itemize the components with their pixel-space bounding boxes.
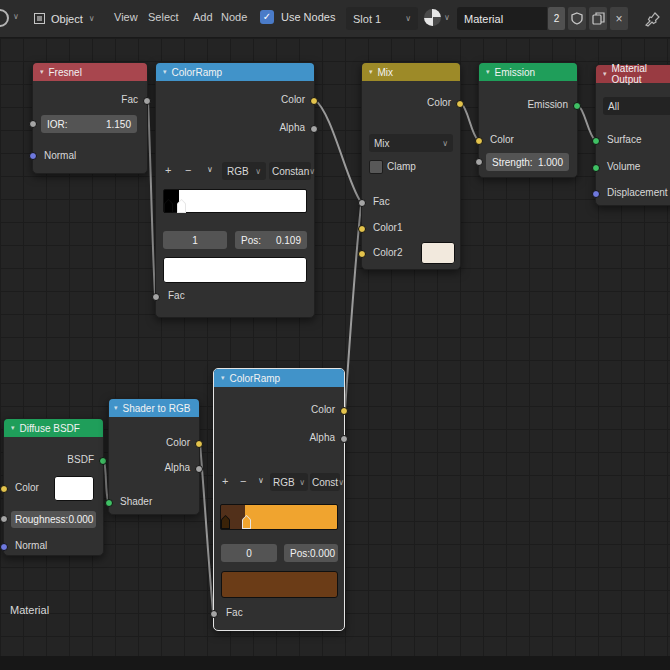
diffuse-bsdf-output-socket[interactable] xyxy=(99,457,107,465)
output-surface-input-socket[interactable] xyxy=(592,137,600,145)
diffuse-color-swatch[interactable] xyxy=(54,476,94,501)
menu-add[interactable]: Add xyxy=(193,11,213,23)
output-displacement-input-socket[interactable] xyxy=(592,190,600,198)
node-header[interactable]: ▾ Diffuse BSDF xyxy=(4,419,103,437)
material-name: Material xyxy=(464,13,503,25)
interpolation-dropdown[interactable]: Constan ∨ xyxy=(269,162,311,180)
colorramp2-fac-input-socket[interactable] xyxy=(210,610,218,618)
mix-color-output-socket[interactable] xyxy=(456,100,464,108)
unlink-material-button[interactable]: × xyxy=(610,7,628,30)
node-header[interactable]: ▾ Emission xyxy=(479,63,577,81)
node-header[interactable]: ▾ Fresnel xyxy=(33,63,147,81)
diffuse-roughness-input-socket[interactable] xyxy=(0,515,8,523)
mix-color1-input-socket[interactable] xyxy=(358,225,366,233)
shader-mode-dropdown[interactable]: Object ∨ xyxy=(30,7,110,30)
shadertorgb-alpha-output-socket[interactable] xyxy=(195,465,203,473)
collapse-icon[interactable]: ▾ xyxy=(163,68,167,76)
color-mode-label: RGB xyxy=(273,477,295,488)
output-volume-input-socket[interactable] xyxy=(592,164,600,172)
collapse-icon[interactable]: ▾ xyxy=(369,68,373,76)
node-header[interactable]: ▾ ColorRamp xyxy=(214,369,344,387)
color-mode-dropdown[interactable]: RGB ∨ xyxy=(270,473,308,491)
color-mode-dropdown[interactable]: RGB ∨ xyxy=(222,162,266,180)
node-colorramp-1[interactable]: ▾ ColorRamp Color Alpha + − ∨ RGB ∨ Cons… xyxy=(155,62,315,318)
stop-index-field[interactable]: 1 xyxy=(163,231,227,249)
emission-color-input-socket[interactable] xyxy=(475,137,483,145)
color2-swatch[interactable] xyxy=(421,242,455,264)
shadertorgb-shader-input-socket[interactable] xyxy=(105,499,113,507)
collapse-icon[interactable]: ▾ xyxy=(221,374,225,382)
ior-field[interactable]: IOR: 1.150 xyxy=(41,115,137,133)
node-emission[interactable]: ▾ Emission Emission Color Strength: 1.00… xyxy=(478,62,578,178)
remove-stop-button[interactable]: − xyxy=(240,475,246,487)
stop-position-field[interactable]: Pos: 0.109 xyxy=(235,231,307,249)
emission-strength-input-socket[interactable] xyxy=(475,158,483,166)
fresnel-ior-input-socket[interactable] xyxy=(29,120,37,128)
material-sphere-icon[interactable] xyxy=(424,9,441,26)
editor-type-icon[interactable] xyxy=(0,9,9,27)
add-stop-button[interactable]: + xyxy=(222,475,228,487)
pin-button[interactable] xyxy=(642,9,662,29)
material-users-count[interactable]: 2 xyxy=(548,7,565,30)
chevron-down-icon: ∨ xyxy=(309,167,315,176)
node-colorramp-2[interactable]: ▾ ColorRamp Color Alpha + − ∨ RGB ∨ Cons… xyxy=(213,368,345,631)
collapse-icon[interactable]: ▾ xyxy=(603,70,607,78)
colorramp1-color-output-socket[interactable] xyxy=(310,97,318,105)
input-label-volume: Volume xyxy=(607,161,640,172)
pos-value: 0.109 xyxy=(276,235,301,246)
new-material-button[interactable] xyxy=(589,7,607,30)
node-diffuse-bsdf[interactable]: ▾ Diffuse BSDF BSDF Color Roughness: 0.0… xyxy=(3,418,104,556)
use-nodes-checkbox[interactable]: ✓ xyxy=(260,10,274,24)
node-title: Diffuse BSDF xyxy=(20,423,80,434)
shadertorgb-color-output-socket[interactable] xyxy=(195,440,203,448)
stop-color-swatch[interactable] xyxy=(163,257,307,283)
node-header[interactable]: ▾ ColorRamp xyxy=(156,63,314,81)
node-mix[interactable]: ▾ Mix Color Mix ∨ Clamp Fac Color1 Color… xyxy=(361,62,461,270)
mix-fac-input-socket[interactable] xyxy=(358,199,366,207)
node-fresnel[interactable]: ▾ Fresnel Fac IOR: 1.150 Normal xyxy=(32,62,148,174)
menu-node[interactable]: Node xyxy=(221,11,247,23)
stop-position-field[interactable]: Pos: 0.000 xyxy=(284,544,338,562)
fresnel-fac-output-socket[interactable] xyxy=(143,97,151,105)
add-stop-button[interactable]: + xyxy=(165,164,171,176)
mix-color2-input-socket[interactable] xyxy=(358,250,366,258)
strength-field[interactable]: Strength: 1.000 xyxy=(486,153,569,171)
diffuse-color-input-socket[interactable] xyxy=(0,485,8,493)
clamp-checkbox[interactable] xyxy=(369,160,383,174)
collapse-icon[interactable]: ▾ xyxy=(114,404,118,412)
menu-view[interactable]: View xyxy=(114,11,138,23)
ramp-options-dropdown[interactable]: ∨ xyxy=(207,165,213,174)
fake-user-button[interactable] xyxy=(568,7,586,30)
menu-select[interactable]: Select xyxy=(148,11,179,23)
node-material-output[interactable]: ▾ Material Output All Surface Volume Dis… xyxy=(595,64,670,206)
material-slot-dropdown[interactable]: Slot 1 ∨ xyxy=(346,7,418,30)
fresnel-normal-input-socket[interactable] xyxy=(29,152,37,160)
node-canvas[interactable]: ▾ Fresnel Fac IOR: 1.150 Normal ▾ ColorR… xyxy=(0,38,670,670)
colorramp2-color-output-socket[interactable] xyxy=(340,407,348,415)
material-name-field[interactable]: Material xyxy=(457,7,547,30)
node-header[interactable]: ▾ Material Output xyxy=(596,65,670,83)
stop-index-field[interactable]: 0 xyxy=(221,544,277,562)
chevron-down-icon: ∨ xyxy=(444,13,450,22)
node-shader-to-rgb[interactable]: ▾ Shader to RGB Color Alpha Shader xyxy=(108,398,200,515)
roughness-field[interactable]: Roughness: 0.000 xyxy=(11,511,96,528)
ramp-options-dropdown[interactable]: ∨ xyxy=(258,476,264,485)
colorramp1-fac-input-socket[interactable] xyxy=(152,293,160,301)
wire-colorramp1-to-mix xyxy=(315,100,361,202)
collapse-icon[interactable]: ▾ xyxy=(486,68,490,76)
output-target-dropdown[interactable]: All xyxy=(603,97,670,115)
colorramp1-alpha-output-socket[interactable] xyxy=(310,125,318,133)
colorramp2-alpha-output-socket[interactable] xyxy=(340,435,348,443)
collapse-icon[interactable]: ▾ xyxy=(11,424,15,432)
stop-color-swatch[interactable] xyxy=(221,571,338,598)
node-header[interactable]: ▾ Mix xyxy=(362,63,460,81)
remove-stop-button[interactable]: − xyxy=(185,164,191,176)
node-header[interactable]: ▾ Shader to RGB xyxy=(109,399,199,417)
color-ramp-gradient[interactable] xyxy=(220,504,338,530)
blend-mode-dropdown[interactable]: Mix ∨ xyxy=(369,134,453,152)
collapse-icon[interactable]: ▾ xyxy=(40,68,44,76)
node-title: Mix xyxy=(378,67,394,78)
emission-output-socket[interactable] xyxy=(573,102,581,110)
interpolation-dropdown[interactable]: Const ∨ xyxy=(310,473,340,491)
diffuse-normal-input-socket[interactable] xyxy=(0,543,8,551)
